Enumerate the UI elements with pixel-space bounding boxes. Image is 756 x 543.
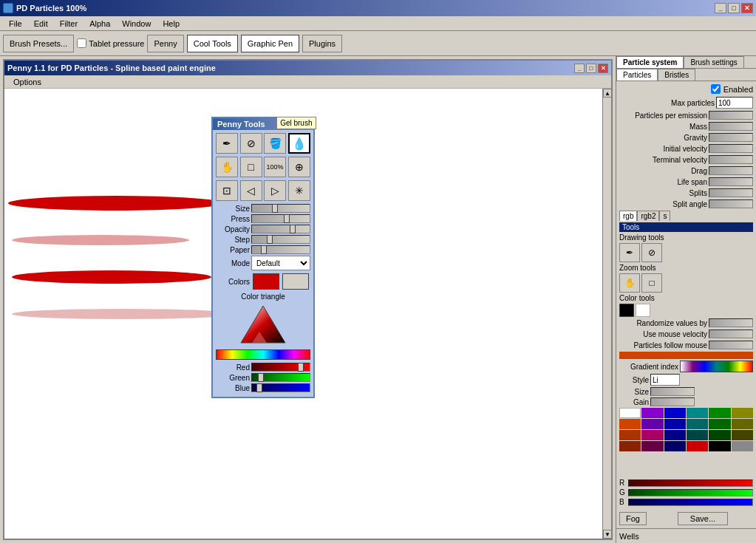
palette-green1[interactable] (709, 408, 730, 418)
palette-teal1[interactable] (687, 408, 708, 418)
inner-close-btn[interactable]: ✕ (598, 64, 608, 73)
menu-window[interactable]: Window (116, 18, 157, 30)
panel-eraser-tool[interactable]: ⊘ (641, 243, 662, 262)
tool-pen[interactable]: ✒ (216, 133, 238, 154)
max-particles-input[interactable] (716, 97, 753, 109)
minimize-button[interactable]: _ (715, 3, 726, 13)
save-button[interactable]: Save... (678, 512, 728, 525)
palette-orange1[interactable] (619, 419, 641, 429)
palette-black[interactable] (709, 441, 730, 451)
gradient-index-bar[interactable] (680, 361, 753, 372)
palette-white[interactable] (619, 408, 641, 418)
canvas-content[interactable]: Penny Tools ✒ ⊘ 🪣 💧 Gel brush (4, 89, 611, 539)
foreground-color-swatch[interactable] (253, 273, 279, 290)
r-slider[interactable] (628, 479, 753, 487)
palette-darkblue[interactable] (664, 441, 686, 451)
red-slider[interactable] (251, 363, 310, 372)
size-right-slider[interactable] (650, 387, 695, 396)
menu-file[interactable]: File (3, 18, 28, 30)
g-slider[interactable] (628, 489, 753, 496)
palette-magenta1[interactable] (641, 430, 663, 440)
palette-navy[interactable] (664, 430, 686, 440)
rgb-tab-3[interactable]: s (659, 211, 670, 221)
palette-darkbrown[interactable] (619, 441, 641, 451)
press-slider[interactable] (251, 214, 310, 223)
inner-maximize-btn[interactable]: □ (586, 64, 596, 73)
rgb-tab-1[interactable]: rgb (619, 211, 637, 221)
tab-cool-tools[interactable]: Cool Tools (187, 35, 238, 52)
menu-help[interactable]: Help (157, 18, 185, 30)
paper-slider[interactable] (251, 245, 310, 254)
palette-olive[interactable] (732, 419, 753, 429)
tool-star[interactable]: ✳ (288, 180, 310, 201)
randomize-slider[interactable] (709, 318, 753, 327)
inner-minimize-btn[interactable]: _ (574, 64, 585, 73)
inner-menu-options[interactable]: Options (7, 76, 47, 88)
color-triangle[interactable] (237, 302, 289, 346)
green-slider[interactable] (251, 373, 310, 382)
palette-darkred[interactable] (687, 441, 708, 451)
title-bar-buttons[interactable]: _ □ ✕ (715, 3, 753, 13)
panel-hand-tool[interactable]: ✋ (619, 273, 640, 293)
menu-alpha[interactable]: Alpha (84, 18, 116, 30)
scroll-down-btn[interactable]: ▼ (603, 530, 611, 539)
fog-button[interactable]: Fog (619, 512, 647, 525)
palette-darkgreen[interactable] (709, 430, 730, 440)
tool-zoom[interactable]: 100% (264, 157, 286, 177)
vertical-scrollbar[interactable]: ▲ ▼ (602, 89, 611, 539)
background-color-swatch[interactable] (282, 273, 309, 290)
tool-eraser[interactable]: ⊘ (240, 133, 262, 154)
life-span-slider[interactable] (709, 177, 753, 186)
palette-blue1[interactable] (664, 408, 686, 418)
enabled-checkbox[interactable] (711, 84, 721, 94)
white-swatch[interactable] (636, 304, 650, 317)
palette-darkolive[interactable] (732, 430, 753, 440)
style-input[interactable] (650, 374, 680, 386)
subtab-particles[interactable]: Particles (616, 69, 658, 81)
b-slider[interactable] (628, 499, 753, 506)
tool-redo[interactable]: ▷ (264, 180, 286, 201)
tab-graphic-pen[interactable]: Graphic Pen (241, 35, 299, 52)
palette-purple2[interactable] (641, 419, 663, 429)
scroll-up-btn[interactable]: ▲ (603, 89, 611, 98)
palette-green2[interactable] (709, 419, 730, 429)
tool-rect[interactable]: ⊡ (216, 180, 238, 201)
palette-gray[interactable] (732, 441, 753, 451)
palette-blue2[interactable] (664, 419, 686, 429)
opacity-slider[interactable] (251, 225, 310, 233)
tool-square[interactable]: □ (240, 157, 262, 177)
mass-slider[interactable] (709, 122, 753, 131)
menu-filter[interactable]: Filter (54, 18, 84, 30)
inner-title-buttons[interactable]: _ □ ✕ (574, 64, 608, 73)
splits-slider[interactable] (709, 188, 753, 197)
tab-penny[interactable]: Penny (147, 35, 183, 52)
tool-gel[interactable]: 💧 Gel brush (288, 133, 310, 154)
size-slider[interactable] (251, 204, 310, 213)
rgb-tab-2[interactable]: rgb2 (637, 211, 659, 221)
tablet-pressure-checkbox[interactable] (77, 38, 86, 48)
blue-slider[interactable] (251, 383, 310, 392)
palette-teal2[interactable] (687, 419, 708, 429)
black-swatch[interactable] (619, 304, 634, 317)
close-button[interactable]: ✕ (741, 3, 753, 13)
step-slider[interactable] (251, 235, 310, 244)
palette-brown1[interactable] (619, 430, 641, 440)
mode-dropdown[interactable]: Default (251, 256, 310, 270)
initial-velocity-slider[interactable] (709, 144, 753, 153)
panel-pen-tool[interactable]: ✒ (619, 243, 640, 262)
palette-teal3[interactable] (687, 430, 708, 440)
tool-hand[interactable]: ✋ (216, 157, 238, 177)
panel-zoom-square[interactable]: □ (641, 273, 662, 293)
maximize-button[interactable]: □ (728, 3, 740, 13)
subtab-bristles[interactable]: Bristles (658, 69, 695, 81)
tool-undo[interactable]: ◁ (240, 180, 262, 201)
brush-presets-button[interactable]: Brush Presets... (3, 35, 74, 52)
tab-brush-settings[interactable]: Brush settings (684, 56, 743, 68)
tab-particle-system[interactable]: Particle system (616, 56, 684, 68)
tab-plugins[interactable]: Plugins (302, 35, 342, 52)
palette-purple1[interactable] (641, 408, 663, 418)
split-angle-slider[interactable] (709, 199, 753, 208)
tool-dropper[interactable]: ⊕ (288, 157, 310, 177)
palette-darkpurple[interactable] (641, 441, 663, 451)
gain-slider[interactable] (650, 397, 695, 406)
